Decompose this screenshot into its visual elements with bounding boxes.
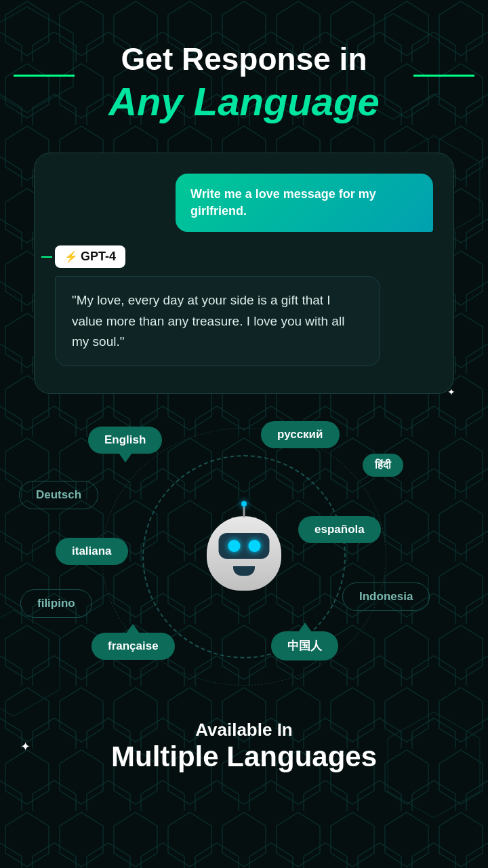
lang-filipino: filipino — [20, 589, 92, 618]
lang-indonesia: Indonesia — [342, 583, 430, 611]
footer-title: Multiple Languages — [14, 741, 474, 773]
chat-card: Write me a love message for my girlfrien… — [34, 153, 454, 395]
user-message-bubble: Write me a love message for my girlfrien… — [176, 174, 433, 232]
lang-english: English — [88, 427, 162, 454]
user-message-text: Write me a love message for my girlfrien… — [190, 186, 418, 220]
lang-italiana: italiana — [56, 538, 128, 565]
gpt-label-text: GPT-4 — [81, 250, 116, 264]
lang-deutsch: Deutsch — [19, 481, 98, 509]
ai-response-bubble: "My love, every day at your side is a gi… — [55, 276, 380, 366]
header-title-line1: Get Response in — [0, 41, 488, 78]
robot-antenna — [243, 507, 245, 517]
lang-hindi: हिंदी — [363, 454, 403, 477]
robot-eye-right — [248, 540, 260, 552]
lang-chinese: 中国人 — [271, 631, 338, 660]
gpt-label-badge: ⚡ GPT-4 — [55, 245, 125, 268]
lang-espanola: española — [298, 516, 381, 543]
spark-icon: ⚡ — [64, 250, 78, 263]
header-section: Get Response in Any Language — [0, 0, 488, 139]
footer-subtitle: Available In — [14, 719, 474, 741]
header-title-line2: Any Language — [0, 78, 488, 125]
language-section: English русский हिंदी Deutsch española i… — [0, 408, 488, 706]
lang-francaise: française — [92, 633, 175, 660]
robot-antenna-ball — [241, 501, 247, 507]
ai-response-text: "My love, every day at your side is a gi… — [72, 290, 363, 352]
robot-mouth — [233, 566, 255, 576]
lang-russian: русский — [261, 421, 340, 448]
robot-eye-left — [228, 540, 240, 552]
robot-visor — [219, 533, 270, 559]
robot-mascot — [203, 516, 285, 597]
header-line-right — [413, 75, 474, 77]
header-line-left — [14, 75, 75, 77]
footer-section: Available In Multiple Languages — [0, 706, 488, 800]
